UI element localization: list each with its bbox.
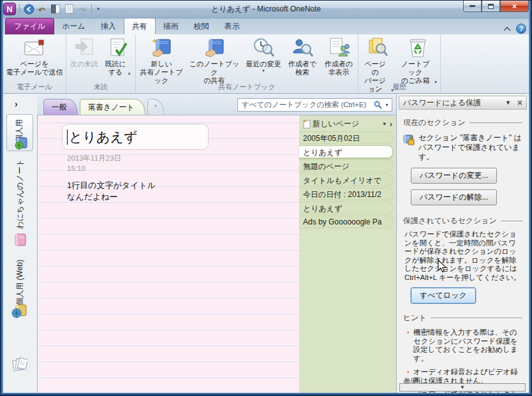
section-tab-general[interactable]: 一般: [43, 99, 78, 115]
protected-sections-header: 保護されているセクション: [403, 216, 522, 226]
tab-file[interactable]: ファイル: [5, 18, 54, 34]
unfiled-notes-icon[interactable]: [12, 356, 27, 372]
new-section-tab[interactable]: *: [147, 99, 164, 115]
close-button[interactable]: ×: [500, 1, 529, 12]
search-input[interactable]: [240, 101, 374, 110]
wani-notebook-icon[interactable]: [13, 233, 27, 247]
close-icon: ×: [512, 2, 517, 11]
mouse-cursor: [437, 260, 448, 274]
ribbon-group-email: ページを 電子メールで送信 電子メール: [3, 34, 66, 93]
task-pane-scroll-down-button[interactable]: ▼: [399, 383, 526, 392]
hide-authors-icon: [328, 37, 350, 59]
task-pane-close-icon[interactable]: ×: [517, 99, 522, 106]
page-date-time: 2013年11月23日 15:10: [67, 153, 121, 173]
notebook-navigation-bar: › 個人用 わにちゃんのノート 個人用 (Web): [3, 94, 37, 393]
notebook-label: 個人用 (Web): [15, 260, 26, 305]
button-label: ページを 電子メールで送信: [6, 60, 63, 77]
minimize-button[interactable]: [463, 1, 482, 12]
tab-share[interactable]: 共有: [124, 18, 156, 34]
help-button[interactable]: ?: [516, 24, 526, 34]
ribbon-group-unread: 次の未読 既読に する▼ 未読: [66, 34, 136, 93]
find-by-author-icon: [292, 37, 313, 59]
task-pane-title: パスワードによる保護: [403, 98, 505, 108]
share-this-notebook-button[interactable]: このノートブック の共有: [186, 35, 242, 82]
button-label: このノートブック の共有: [188, 60, 240, 85]
task-pane-dropdown-icon[interactable]: ▼: [505, 99, 511, 106]
expand-navigation-icon[interactable]: ›: [15, 99, 18, 109]
new-page-button[interactable]: 新しいページ ▼ ›: [299, 117, 396, 131]
tab-home[interactable]: ホーム: [54, 18, 93, 34]
section-tab-bar: 一般 落書きノート * ▼: [37, 94, 396, 115]
sidebar-item-personal-notebook[interactable]: 個人用: [6, 114, 33, 151]
button-label: 最近の変更: [246, 60, 281, 68]
task-pane-body: 現在のセクション セクション "落書きノート" はパスワードで保護されています。…: [397, 110, 529, 393]
task-pane-header: パスワードによる保護 ▼ ×: [399, 96, 527, 110]
tab-review[interactable]: 校閲: [186, 18, 217, 34]
page-tab[interactable]: 2005年05月02日: [299, 131, 393, 144]
hide-authors-button[interactable]: 作成者の 非表示: [320, 35, 357, 82]
text-caret: [67, 129, 68, 145]
search-box[interactable]: ▼: [237, 98, 392, 112]
hint-text: オーディオ録音およびビデオ録画は保護されません。: [413, 368, 522, 385]
personal-notebook-icon: [14, 137, 28, 150]
mark-read-button[interactable]: 既読に する▼: [101, 35, 135, 82]
page-title[interactable]: とりあえず: [69, 128, 137, 146]
mark-read-icon: [107, 37, 129, 59]
protected-sections-text: パスワードで保護されたセクションを開くと、一定時間の間パスワードが保存されセクシ…: [404, 230, 522, 282]
page-tab[interactable]: 今日の日付 : 2013/11/2: [299, 187, 393, 200]
button-label: 新しい 共有ノートブック: [138, 60, 184, 85]
group-label: 電子メール: [4, 82, 65, 93]
page-tab-selected[interactable]: とりあえず: [299, 145, 393, 158]
tab-view[interactable]: 表示: [217, 18, 248, 34]
section-header-label: ヒント: [403, 312, 427, 323]
ribbon-tab-row: ファイル ホーム 挿入 共有 描画 校閲 表示: [3, 18, 529, 34]
center-column: 一般 落書きノート * ▼ とりあえず: [37, 94, 396, 393]
page-tab[interactable]: タイトルもメイリオで: [299, 173, 393, 186]
titlebar: N ▼ とりあえず - Microsoft OneNote ×: [1, 1, 531, 18]
collapse-page-tabs-icon[interactable]: ›: [390, 119, 392, 129]
recent-edits-button[interactable]: 最近の変更▼: [242, 35, 284, 82]
content-row: とりあえず 2013年11月23日 15:10 1行目の文字がタイトル なんだよ…: [37, 115, 396, 393]
find-by-author-button[interactable]: 作成者で 検索: [284, 35, 320, 82]
new-shared-notebook-button[interactable]: 新しい 共有ノートブック: [137, 35, 186, 82]
help-icon: ?: [519, 25, 524, 33]
page-versions-button[interactable]: ページの バージョン▼: [359, 35, 396, 82]
remove-password-button[interactable]: パスワードの解除...: [411, 189, 497, 205]
search-icon[interactable]: [374, 101, 382, 109]
page-canvas[interactable]: とりあえず 2013年11月23日 15:10 1行目の文字がタイトル なんだよ…: [37, 115, 299, 393]
page-tab[interactable]: Ads by Goooooogle Pa: [299, 216, 393, 228]
change-password-button[interactable]: パスワードの変更...: [411, 168, 497, 184]
maximize-button[interactable]: [482, 1, 500, 12]
window-border: [529, 1, 531, 395]
page-tab[interactable]: 無題のページ: [299, 159, 393, 172]
section-header-label: 現在のセクション: [403, 117, 466, 128]
tab-insert[interactable]: 挿入: [93, 18, 124, 34]
page-tab[interactable]: とりあえず: [299, 202, 393, 214]
email-page-button[interactable]: ページを 電子メールで送信: [4, 35, 65, 82]
hint-text: 機密情報を入力する際は、そのセクションにパスワード保護を設定しておくことをお勧め…: [413, 328, 522, 363]
onenote-window: N ▼ とりあえず - Microsoft OneNote ×: [0, 0, 532, 396]
tab-draw[interactable]: 描画: [156, 18, 186, 34]
personal-web-notebook-icon[interactable]: [11, 304, 27, 318]
next-unread-icon: [73, 37, 95, 59]
protection-status-text: セクション "落書きノート" はパスワードで保護されています。: [418, 133, 522, 162]
section-header-label: 保護されているセクション: [403, 216, 497, 226]
share-this-notebook-icon: [203, 37, 225, 59]
section-tab-rakugaki[interactable]: 落書きノート: [80, 99, 145, 115]
bullet-icon: •: [407, 328, 410, 363]
notebook-recycle-bin-button[interactable]: ノートブック のごみ箱▼: [396, 35, 440, 82]
button-label: 作成者で 検索: [288, 60, 316, 77]
page-tabs-panel: 新しいページ ▼ › 2005年05月02日 とりあえず 無題のページ タイトル…: [299, 115, 396, 393]
page-time: 15:10: [67, 163, 121, 173]
email-page-icon: [24, 37, 45, 59]
hint-item: •オーディオ録音およびビデオ録画は保護されません。: [407, 368, 522, 385]
main-area: › 個人用 わにちゃんのノート 個人用 (Web) 一般 落書きノート *: [3, 94, 529, 393]
page-versions-icon: [367, 37, 388, 59]
page-body-text[interactable]: 1行目の文字がタイトル なんだよねー: [67, 180, 156, 202]
new-page-dropdown-icon[interactable]: ▼: [382, 121, 387, 127]
page-title-box[interactable]: とりあえず: [62, 124, 209, 150]
lock-all-button[interactable]: すべてロック: [411, 288, 476, 304]
notebook-label: わにちゃんのノート: [15, 159, 26, 229]
search-scope-dropdown-icon[interactable]: ▼: [385, 103, 389, 107]
minimize-ribbon-icon[interactable]: [503, 27, 511, 31]
